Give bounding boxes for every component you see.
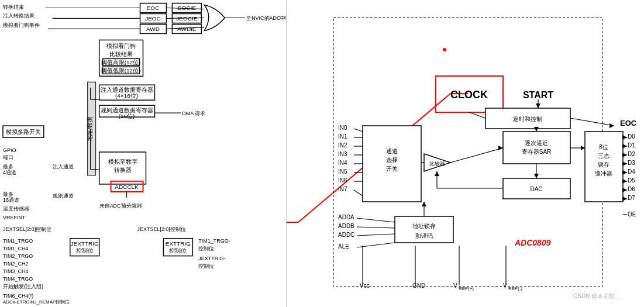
- svg-text:温度传感器: 温度传感器: [3, 206, 29, 212]
- svg-marker-182: [622, 161, 627, 166]
- svg-line-131: [450, 148, 503, 163]
- svg-text:开关: 开关: [386, 165, 398, 172]
- svg-text:锁存: 锁存: [597, 161, 609, 168]
- svg-text:最多: 最多: [3, 164, 13, 170]
- svg-text:ADCCLK: ADCCLK: [115, 184, 139, 190]
- svg-text:V: V: [503, 282, 507, 289]
- svg-text:注入通道: 注入通道: [53, 164, 74, 170]
- svg-marker-178: [622, 144, 627, 149]
- svg-line-129: [354, 190, 363, 196]
- svg-text:JEXTSEL[2:0]控制位: JEXTSEL[2:0]控制位: [137, 226, 186, 232]
- svg-text:EOC: EOC: [147, 5, 160, 12]
- svg-marker-139: [435, 171, 439, 176]
- svg-text:IN1: IN1: [338, 133, 347, 140]
- svg-line-153: [357, 234, 395, 236]
- svg-text:规则通道: 规则通道: [53, 193, 74, 199]
- svg-text:GND: GND: [412, 282, 425, 289]
- svg-text:缓冲器: 缓冲器: [595, 170, 612, 177]
- svg-text:D1: D1: [628, 142, 635, 149]
- svg-text:IN2: IN2: [338, 142, 347, 149]
- svg-marker-141: [534, 127, 539, 132]
- svg-text:IN7: IN7: [338, 186, 347, 192]
- svg-text:ADDB: ADDB: [338, 223, 354, 229]
- svg-text:JEOC: JEOC: [145, 15, 161, 22]
- svg-text:端口: 端口: [3, 154, 13, 160]
- svg-text:比较器: 比较器: [429, 161, 445, 167]
- svg-text:ADDC: ADDC: [338, 232, 354, 238]
- svg-marker-188: [622, 188, 627, 192]
- svg-text:IN5: IN5: [338, 168, 347, 175]
- svg-marker-134: [581, 146, 585, 150]
- svg-text:4通道: 4通道: [3, 170, 16, 175]
- svg-text:TIM1_TRGO: TIM1_TRGO: [3, 238, 33, 244]
- svg-text:来自ADC预分频器: 来自ADC预分频器: [99, 203, 142, 209]
- svg-text:通道: 通道: [386, 148, 398, 154]
- svg-text:控制位: 控制位: [198, 263, 214, 269]
- svg-text:转换结束: 转换结束: [3, 4, 24, 10]
- svg-text:IN4: IN4: [338, 160, 347, 166]
- svg-text:D4: D4: [628, 168, 635, 175]
- svg-text:VREFINT: VREFINT: [3, 215, 26, 220]
- svg-line-145: [570, 118, 614, 126]
- svg-text:转换器: 转换器: [114, 167, 132, 173]
- main-container: EOC JEOC AWD EOCIE JEOCIE AWDIE 至NVIC的AD…: [0, 0, 644, 307]
- svg-text:TIM4_TRGO: TIM4_TRGO: [3, 276, 33, 282]
- svg-text:EOC: EOC: [620, 119, 637, 127]
- svg-line-152: [357, 227, 395, 228]
- svg-text:D5: D5: [628, 177, 635, 184]
- svg-text:DMA 请求: DMA 请求: [182, 111, 205, 116]
- svg-text:模拟看门狗: 模拟看门狗: [106, 43, 136, 49]
- svg-text:定时和控制: 定时和控制: [513, 116, 542, 122]
- svg-marker-156: [422, 202, 426, 206]
- svg-text:比较结果: 比较结果: [109, 51, 133, 57]
- svg-text:(4×16位): (4×16位): [115, 92, 138, 99]
- svg-text:模拟多路开关: 模拟多路开关: [6, 129, 41, 135]
- svg-point-87: [443, 48, 446, 51]
- svg-text:D7: D7: [628, 195, 635, 201]
- svg-text:模拟看门狗事件: 模拟看门狗事件: [3, 22, 40, 28]
- svg-text:寄存器SAR: 寄存器SAR: [522, 149, 552, 155]
- svg-text:D2: D2: [628, 151, 635, 157]
- svg-marker-180: [622, 153, 627, 157]
- svg-text:TIM1_TRGO-: TIM1_TRGO-: [198, 238, 230, 244]
- svg-text:阈值高限(12位): 阈值高限(12位): [101, 59, 141, 65]
- svg-text:开始触发(注入组): 开始触发(注入组): [3, 284, 43, 289]
- svg-text:最多: 最多: [3, 191, 13, 197]
- svg-text:D0: D0: [628, 133, 635, 140]
- svg-text:JEXTTRIG: JEXTTRIG: [71, 240, 99, 247]
- svg-text:IN0: IN0: [338, 125, 347, 131]
- left-section: EOC JEOC AWD EOCIE JEOCIE AWDIE 至NVIC的AD…: [0, 0, 287, 307]
- svg-text:EXTTRIG: EXTTRIG: [166, 240, 191, 247]
- svg-text:至NVIC的ADC中断: 至NVIC的ADC中断: [246, 15, 286, 21]
- svg-text:D6: D6: [628, 186, 635, 192]
- svg-text:JEXTTRIG-: JEXTTRIG-: [198, 256, 225, 261]
- svg-text:TIM6_CH4(²): TIM6_CH4(²): [3, 293, 33, 299]
- svg-marker-184: [622, 170, 627, 175]
- svg-text:和译码: 和译码: [415, 233, 433, 239]
- svg-text:控制位: 控制位: [169, 247, 187, 254]
- svg-text:IN6: IN6: [338, 177, 347, 184]
- svg-text:JEXTSEL[2:0]控制位: JEXTSEL[2:0]控制位: [3, 226, 51, 232]
- svg-rect-99: [503, 132, 570, 164]
- svg-marker-144: [536, 104, 540, 108]
- svg-text:ALE: ALE: [338, 243, 349, 250]
- svg-text:START: START: [523, 90, 553, 100]
- svg-marker-136: [534, 174, 539, 178]
- svg-text:模拟至数字: 模拟至数字: [108, 158, 137, 165]
- svg-text:(16位): (16位): [119, 113, 135, 119]
- right-section: CLOCK START EOC 定时和控制 通道 选择 开关 逐次逼近 寄存器S…: [287, 0, 644, 307]
- svg-text:TIM2_TRGO: TIM2_TRGO: [3, 253, 33, 259]
- svg-text:三态: 三态: [598, 153, 609, 159]
- svg-text:阈值低限(12位): 阈值低限(12位): [101, 67, 141, 74]
- svg-text:地址/数据: 地址/数据: [87, 116, 93, 142]
- svg-text:IN3: IN3: [338, 151, 347, 157]
- svg-text:V: V: [453, 282, 457, 289]
- svg-text:REF(+): REF(+): [459, 286, 474, 291]
- svg-text:OE: OE: [628, 211, 636, 218]
- svg-text:AWDIE: AWDIE: [177, 26, 197, 32]
- svg-text:控制位: 控制位: [198, 246, 214, 251]
- svg-marker-190: [622, 196, 627, 201]
- svg-line-151: [357, 218, 395, 222]
- svg-text:REF(-): REF(-): [508, 286, 522, 291]
- svg-line-122: [354, 129, 363, 132]
